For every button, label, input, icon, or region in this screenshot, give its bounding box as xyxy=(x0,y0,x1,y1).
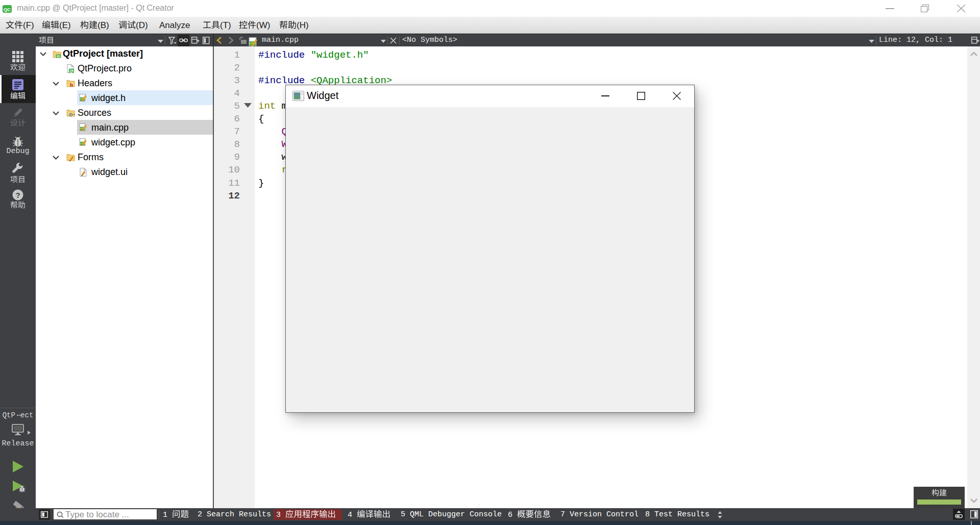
svg-text:?: ? xyxy=(15,191,20,199)
svg-text:h: h xyxy=(70,82,73,87)
svg-text:++: ++ xyxy=(71,113,75,116)
svg-text:Qt: Qt xyxy=(69,69,74,73)
svg-text:Qt: Qt xyxy=(57,55,60,58)
svg-text:QC: QC xyxy=(4,7,11,12)
